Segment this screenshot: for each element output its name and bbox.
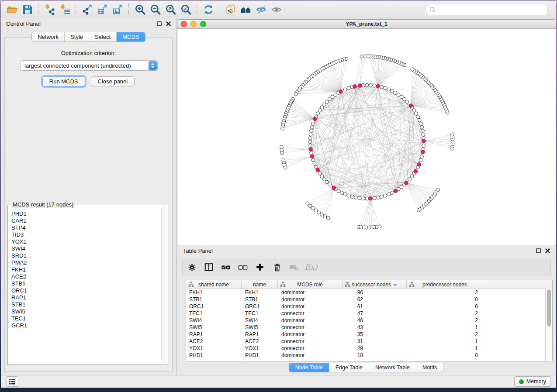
column-header-predecessor-nodes[interactable]: predecessor nodes (407, 280, 483, 289)
criterion-select[interactable]: largest connected component (undirected) (21, 60, 158, 71)
table-scrollbar[interactable] (545, 289, 552, 361)
open-button[interactable] (4, 3, 20, 16)
mcds-result-item[interactable]: RAP1 (11, 294, 161, 301)
mcds-result-item[interactable]: SWI5 (11, 308, 161, 315)
tab-select[interactable]: Select (89, 32, 116, 41)
mcds-result-item[interactable]: YOX1 (11, 238, 161, 245)
table-row[interactable]: SWI5SWI5connector431 (186, 324, 546, 331)
table-row[interactable]: STB1STB1dominator620 (186, 296, 546, 303)
function-builder-button[interactable]: f(x) (306, 262, 316, 272)
zoom-selected-icon (180, 4, 192, 15)
float-panel-icon[interactable] (536, 248, 541, 253)
search-box[interactable] (426, 4, 547, 15)
zoom-out-button[interactable] (148, 3, 163, 16)
search-input[interactable] (438, 6, 544, 13)
table-row[interactable]: ORC1ORC1dominator610 (186, 303, 546, 310)
table-row[interactable]: SWI4SWI4dominator462 (186, 317, 546, 324)
table-row[interactable]: TEC1TEC1connector472 (186, 310, 546, 317)
tab-edge-table[interactable]: Edge Table (329, 363, 369, 372)
table-cell: 62 (343, 296, 407, 303)
tab-network-table[interactable]: Network Table (369, 363, 416, 372)
network-list-button[interactable] (6, 376, 18, 387)
mcds-result-item[interactable]: SWI4 (11, 245, 161, 252)
tab-network[interactable]: Network (32, 32, 64, 41)
create-column-button[interactable] (255, 262, 265, 272)
mcds-result-item[interactable]: STP4 (11, 224, 161, 231)
table-cell: 2 (407, 289, 483, 296)
export-image-button[interactable] (110, 3, 125, 16)
table-row[interactable]: FKH1FKH1dominator962 (186, 289, 546, 296)
export-table-button[interactable] (95, 3, 110, 16)
tab-style[interactable]: Style (64, 32, 89, 41)
mcds-result-item[interactable]: GCR1 (11, 322, 161, 329)
column-header-successor-nodes[interactable]: successor nodes (343, 280, 407, 289)
mcds-result-item[interactable]: TEC1 (11, 315, 161, 322)
deselect-all-columns-button[interactable] (238, 262, 248, 272)
table-row[interactable]: PHD1PHD1dominator180 (186, 352, 546, 359)
mcds-result-title: MCDS result (17 nodes) (11, 201, 75, 208)
table-row[interactable]: YOX1YOX1connector291 (186, 345, 546, 352)
table-cell: 2 (407, 310, 483, 317)
save-button[interactable] (20, 3, 35, 16)
network-canvas[interactable] (177, 29, 556, 245)
mcds-result-item[interactable]: CAR1 (11, 217, 161, 224)
close-panel-icon[interactable] (545, 248, 550, 253)
toolbar-separator (219, 3, 220, 15)
show-all-button[interactable] (269, 3, 284, 16)
select-all-columns-button[interactable] (221, 262, 231, 272)
column-header-shared-name[interactable]: shared name (186, 280, 242, 289)
import-table-button[interactable] (57, 3, 73, 16)
table-row[interactable]: RAP1RAP1dominator352 (186, 331, 546, 338)
tab-node-table[interactable]: Node Table (289, 363, 329, 372)
mcds-result-item[interactable]: PMA2 (11, 259, 161, 266)
column-header-name[interactable]: name (242, 280, 278, 289)
mcds-result-item[interactable]: FKH1 (11, 266, 161, 273)
table-cell: 96 (343, 289, 407, 296)
application-window: Control Panel Network Style Select MCDS … (1, 1, 556, 388)
export-image-icon (112, 4, 124, 15)
table-cell: 43 (343, 324, 407, 331)
select-stepper-icon (149, 61, 157, 70)
memory-button[interactable]: Memory (514, 376, 551, 387)
mcds-result-item[interactable]: ACE2 (11, 273, 161, 280)
mcds-result-item[interactable]: SRD1 (11, 252, 161, 259)
delete-table-button[interactable] (289, 262, 299, 272)
float-panel-icon[interactable] (157, 21, 162, 26)
mcds-result-item[interactable]: STB5 (11, 280, 161, 287)
tab-motifs[interactable]: Motifs (416, 363, 443, 372)
houses-icon (240, 4, 252, 15)
table-cell: dominator (278, 352, 343, 359)
zoom-selected-button[interactable] (178, 3, 194, 16)
mcds-scrollbar[interactable] (161, 206, 167, 364)
run-mcds-button[interactable]: Run MCDS (42, 76, 85, 86)
show-columns-button[interactable] (204, 262, 214, 272)
search-icon (429, 7, 436, 13)
mcds-result-item[interactable]: ORC1 (11, 287, 161, 294)
mcds-result-item[interactable]: STB1 (11, 301, 161, 308)
mcds-result-item[interactable]: TID3 (11, 231, 161, 238)
refresh-view-button[interactable] (201, 3, 216, 16)
mcds-result-item[interactable]: PHD1 (11, 210, 161, 217)
network-window-titlebar[interactable]: YPA_prune.txt_1 (177, 20, 556, 29)
zoom-fit-button[interactable] (163, 3, 178, 16)
close-panel-icon[interactable] (166, 21, 171, 26)
column-header-mcds-role[interactable]: MCDS role (278, 280, 343, 289)
export-network-button[interactable] (80, 3, 95, 16)
table-scrollbar-thumb[interactable] (547, 289, 551, 327)
zoom-in-button[interactable] (132, 3, 148, 16)
hide-selected-button[interactable] (253, 3, 269, 16)
tab-mcds[interactable]: MCDS (116, 32, 145, 41)
table-cell: SWI4 (242, 317, 278, 324)
first-neighbors-button[interactable] (238, 3, 253, 16)
network-graph[interactable] (177, 29, 555, 245)
import-network-button[interactable] (42, 3, 57, 16)
eye-icon (271, 4, 282, 15)
export-network-icon (82, 4, 93, 15)
table-panel-header: Table Panel (177, 245, 555, 256)
close-panel-button[interactable]: Close panel (91, 76, 135, 86)
delete-column-button[interactable] (272, 262, 282, 272)
table-row[interactable]: ACE2ACE2connector311 (186, 338, 546, 345)
mcds-result-list[interactable]: PHD1CAR1STP4TID3YOX1SWI4SRD1PMA2FKH1ACE2… (8, 209, 161, 364)
table-settings-button[interactable] (187, 262, 197, 272)
copy-network-button[interactable] (223, 3, 238, 16)
